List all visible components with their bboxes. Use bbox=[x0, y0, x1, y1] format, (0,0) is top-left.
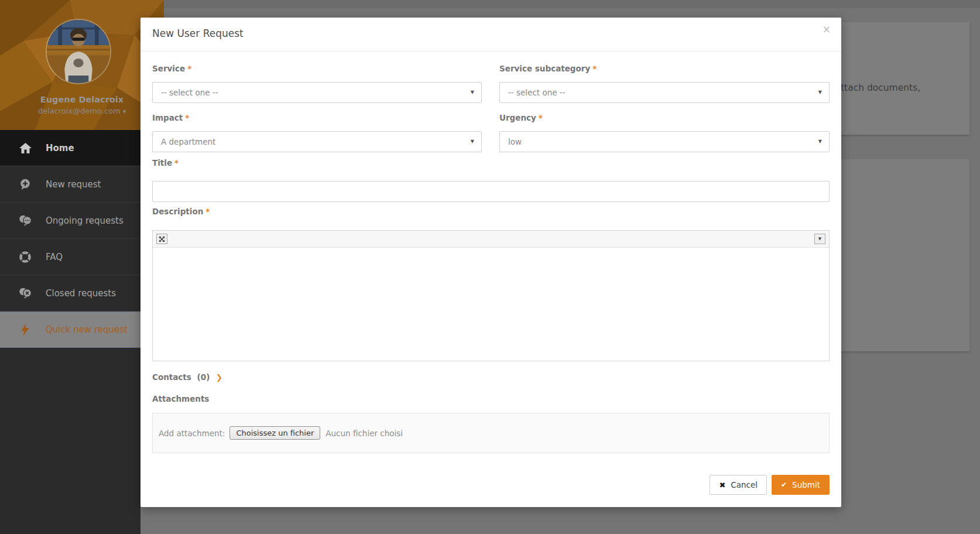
attachments-heading: Attachments bbox=[152, 394, 209, 403]
description-editor: ▼ bbox=[152, 230, 830, 361]
new-user-request-modal: New User Request × Service* Service subc… bbox=[141, 18, 841, 507]
modal-title: New User Request bbox=[152, 28, 244, 39]
cancel-label: Cancel bbox=[731, 480, 758, 490]
sidebar-item-label: Home bbox=[46, 143, 74, 153]
chevron-right-icon: ❯ bbox=[216, 373, 222, 382]
file-status-text: Aucun fichier choisi bbox=[325, 429, 403, 438]
required-marker: * bbox=[205, 207, 210, 216]
avatar-photo bbox=[47, 20, 110, 83]
label-text: Title bbox=[152, 158, 172, 167]
sidebar-item-label: Quick new request bbox=[46, 324, 128, 335]
bubbles-ellipsis-icon bbox=[18, 215, 33, 226]
sidebar-user-panel: Eugene Delacroix delacroix@demo.com▾ bbox=[0, 0, 164, 130]
caret-down-icon: ▼ bbox=[471, 132, 474, 152]
bubble-plus-icon bbox=[18, 179, 33, 190]
contacts-label: Contacts bbox=[152, 372, 191, 382]
sidebar-menu: Home New request Ongoing requests FAQ Cl bbox=[0, 130, 141, 534]
screen: ttach documents, bbox=[0, 0, 980, 534]
caret-down-icon: ▼ bbox=[471, 83, 474, 102]
sidebar-item-label: Ongoing requests bbox=[46, 215, 124, 226]
x-icon: ✖ bbox=[719, 481, 725, 490]
label-text: Impact bbox=[152, 113, 183, 122]
sidebar-item-label: New request bbox=[46, 179, 101, 190]
impact-label: Impact* bbox=[152, 113, 482, 122]
required-marker: * bbox=[539, 113, 543, 122]
check-icon: ✔ bbox=[781, 481, 787, 489]
required-marker: * bbox=[185, 113, 189, 122]
user-name: Eugene Delacroix bbox=[0, 95, 164, 104]
contacts-toggle[interactable]: Contacts (0) ❯ bbox=[152, 372, 222, 382]
cancel-button[interactable]: ✖ Cancel bbox=[710, 475, 767, 495]
background-text: ttach documents, bbox=[841, 83, 920, 93]
select-value: -- select one -- bbox=[161, 88, 218, 97]
chevron-down-icon: ▾ bbox=[123, 108, 126, 115]
title-input[interactable] bbox=[152, 181, 830, 202]
service-subcategory-label: Service subcategory* bbox=[499, 64, 830, 73]
sidebar-item-new-request[interactable]: New request bbox=[0, 166, 141, 203]
caret-down-icon: ▼ bbox=[818, 237, 821, 241]
label-text: Service bbox=[152, 64, 185, 73]
urgency-select[interactable]: low▼ bbox=[499, 131, 830, 152]
select-value: -- select one -- bbox=[508, 88, 566, 97]
add-attachment-label: Add attachment: bbox=[159, 429, 225, 438]
choose-file-button[interactable]: Choisissez un fichier bbox=[229, 426, 320, 440]
description-input[interactable] bbox=[153, 248, 829, 361]
sidebar-item-closed-requests[interactable]: Closed requests bbox=[0, 275, 141, 312]
title-label: Title* bbox=[152, 158, 179, 167]
sidebar-item-home[interactable]: Home bbox=[0, 130, 141, 166]
user-email: delacroix@demo.com bbox=[38, 107, 121, 115]
sidebar-item-ongoing-requests[interactable]: Ongoing requests bbox=[0, 203, 141, 239]
sidebar-item-quick-new-request[interactable]: Quick new request bbox=[0, 312, 141, 348]
sidebar-item-faq[interactable]: FAQ bbox=[0, 239, 141, 275]
close-icon[interactable]: × bbox=[823, 25, 831, 35]
sidebar-item-label: FAQ bbox=[46, 252, 63, 262]
attachments-panel: Add attachment: Choisissez un fichier Au… bbox=[152, 413, 830, 453]
modal-header: New User Request × bbox=[141, 18, 841, 52]
caret-down-icon: ▼ bbox=[818, 83, 822, 102]
urgency-label: Urgency* bbox=[499, 113, 830, 122]
modal-footer: ✖ Cancel ✔ Submit bbox=[710, 475, 830, 495]
label-text: Service subcategory bbox=[499, 64, 590, 73]
required-marker: * bbox=[187, 64, 191, 73]
submit-button[interactable]: ✔ Submit bbox=[772, 475, 830, 495]
submit-label: Submit bbox=[792, 480, 820, 490]
service-label: Service* bbox=[152, 64, 482, 73]
impact-select[interactable]: A department▼ bbox=[152, 131, 482, 152]
background-topbar bbox=[164, 0, 980, 8]
bubbles-close-icon bbox=[18, 287, 33, 299]
lightning-icon bbox=[18, 323, 33, 336]
select-value: A department bbox=[161, 137, 215, 146]
toolbar-collapse-icon[interactable]: ▼ bbox=[814, 234, 825, 244]
sidebar-item-label: Closed requests bbox=[46, 288, 116, 299]
home-icon bbox=[18, 143, 33, 153]
contacts-count: (0) bbox=[197, 372, 210, 382]
required-marker: * bbox=[592, 64, 597, 73]
required-marker: * bbox=[174, 158, 179, 167]
service-select[interactable]: -- select one --▼ bbox=[152, 82, 482, 103]
description-label: Description* bbox=[152, 207, 210, 216]
avatar bbox=[46, 19, 111, 84]
user-menu[interactable]: delacroix@demo.com▾ bbox=[0, 107, 164, 115]
caret-down-icon: ▼ bbox=[818, 132, 822, 152]
editor-toolbar: ▼ bbox=[153, 231, 829, 248]
select-value: low bbox=[508, 137, 522, 146]
service-subcategory-select[interactable]: -- select one --▼ bbox=[499, 82, 830, 103]
maximize-icon[interactable] bbox=[156, 234, 167, 244]
life-ring-icon bbox=[18, 251, 33, 263]
label-text: Urgency bbox=[499, 113, 536, 122]
label-text: Description bbox=[152, 207, 203, 216]
